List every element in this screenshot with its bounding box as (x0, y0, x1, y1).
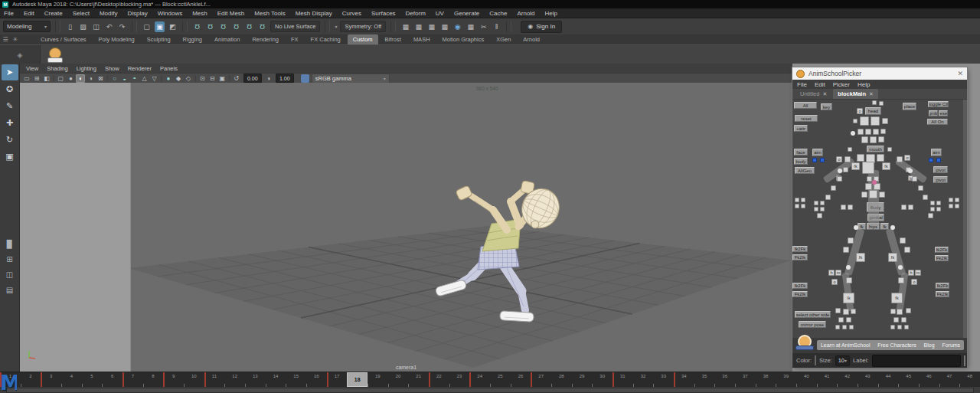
picker-selected-control[interactable] (812, 158, 817, 162)
picker-control[interactable] (955, 198, 959, 202)
picker-control-o[interactable]: o (904, 155, 910, 161)
exposure-field[interactable]: 0.00 (243, 74, 262, 83)
current-time-indicator[interactable]: 18 (347, 372, 368, 387)
menu-modify[interactable]: Modify (100, 10, 118, 17)
picker-control-o[interactable]: o (831, 279, 838, 285)
menu-generate[interactable]: Generate (454, 10, 479, 17)
menu-windows[interactable]: Windows (158, 10, 182, 17)
timeline-frame-5[interactable]: 5 (82, 372, 103, 387)
close-icon[interactable]: ✕ (869, 91, 874, 97)
timeline-frame-43[interactable]: 43 (858, 372, 878, 387)
screen-space-ao-icon[interactable]: ◓ (130, 74, 139, 83)
timeline-frame-19[interactable]: 19 (368, 372, 388, 387)
picker-menu-file[interactable]: File (797, 81, 807, 88)
symmetry-field[interactable]: Symmetry: Off (340, 21, 386, 32)
timeline-frame-7[interactable]: 7 (122, 372, 143, 387)
picker-dot[interactable] (846, 265, 851, 270)
picker-control[interactable] (795, 198, 799, 202)
layout-icon-icon[interactable]: ⊞ (32, 74, 41, 83)
timeline-frame-9[interactable]: 9 (163, 372, 184, 387)
timeline-frame-25[interactable]: 25 (490, 372, 511, 387)
film-gate-icon[interactable]: ⊡ (198, 74, 207, 83)
two-pane-layout[interactable]: ◫ (2, 267, 18, 282)
picker-link-free-characters[interactable]: Free Characters (877, 342, 916, 348)
menu-mesh-display[interactable]: Mesh Display (296, 10, 332, 17)
picker-button-attr[interactable]: +attr (794, 125, 808, 132)
picker-button-aim[interactable]: aim (812, 149, 823, 156)
picker-control[interactable] (848, 205, 853, 210)
menu-uv[interactable]: UV (436, 10, 444, 17)
timeline-frame-40[interactable]: 40 (796, 372, 817, 387)
picker-button-head[interactable]: head (865, 107, 881, 115)
picker-control[interactable] (843, 167, 848, 172)
picker-button-fk2ik[interactable]: Fk2Ik (936, 291, 949, 297)
shelf-tab-rigging[interactable]: Rigging (178, 34, 207, 44)
contrast-icon[interactable]: ◑ (264, 74, 273, 83)
picker-control-fk[interactable]: fk (888, 253, 897, 262)
panel-menu-panels[interactable]: Panels (160, 65, 178, 72)
picker-control[interactable] (846, 277, 852, 283)
field-chart-icon[interactable]: ◆ (174, 74, 183, 83)
picker-button-body[interactable]: body (794, 158, 808, 165)
four-pane-layout[interactable]: ⊞ (2, 252, 18, 267)
picker-control[interactable] (860, 116, 869, 126)
timeline-frame-4[interactable]: 4 (61, 372, 82, 387)
timeline-frame-22[interactable]: 22 (429, 372, 449, 387)
picker-button-pivot[interactable]: pivot (933, 176, 948, 183)
picker-control-m[interactable]: m (835, 270, 841, 276)
timeline-frame-17[interactable]: 17 (327, 372, 348, 387)
picker-control[interactable] (865, 129, 871, 135)
timeline-frame-21[interactable]: 21 (408, 372, 429, 387)
shelf-tab-rendering[interactable]: Rendering (247, 34, 284, 44)
timeline-frame-11[interactable]: 11 (204, 372, 225, 387)
picker-menu-picker[interactable]: Picker (833, 81, 850, 88)
scale-tool[interactable]: ▣ (2, 149, 18, 165)
picker-control[interactable] (831, 185, 836, 191)
view-transform-dropdown[interactable]: sRGB gamma▾ (312, 74, 390, 84)
smooth-shade-all-icon[interactable]: ● (66, 74, 75, 83)
picker-control-h[interactable]: h (908, 270, 914, 276)
timeline-frame-30[interactable]: 30 (592, 372, 612, 387)
picker-control[interactable] (873, 129, 879, 135)
picker-control[interactable] (837, 176, 842, 182)
wireframe-display-icon[interactable]: ▢ (56, 74, 65, 83)
picker-button-all-on[interactable]: All On (927, 119, 948, 125)
cut-keys-icon[interactable]: ✂ (479, 21, 488, 32)
picker-control[interactable] (878, 136, 884, 142)
picker-control[interactable] (890, 325, 895, 329)
picker-control[interactable] (890, 309, 896, 314)
picker-control[interactable] (801, 198, 805, 202)
picker-button-mouth[interactable]: mouth (867, 146, 884, 152)
shelf-tab-fx[interactable]: FX (286, 34, 304, 44)
timeline-frame-10[interactable]: 10 (184, 372, 204, 387)
picker-button-pivot[interactable]: pivot (933, 166, 948, 173)
picker-control[interactable] (825, 195, 831, 200)
shelf-tab-motion-graphics[interactable]: Motion Graphics (437, 34, 490, 44)
picker-dot[interactable] (890, 225, 895, 230)
menu-display[interactable]: Display (128, 10, 148, 17)
timeline-frame-16[interactable]: 16 (306, 372, 327, 387)
picker-control[interactable] (846, 317, 851, 323)
outliner-pane-layout[interactable]: ▤ (2, 283, 18, 297)
picker-control[interactable] (814, 207, 818, 211)
open-scene-icon[interactable]: ▨ (78, 21, 88, 32)
picker-control[interactable] (870, 136, 877, 143)
picker-control[interactable] (879, 101, 884, 106)
timeline-frame-15[interactable]: 15 (286, 372, 306, 387)
picker-control[interactable] (880, 129, 886, 134)
picker-control[interactable] (835, 325, 840, 329)
picker-menu-help[interactable]: Help (858, 81, 870, 88)
shelf-tab-animation[interactable]: Animation (209, 34, 245, 44)
picker-control[interactable] (882, 118, 888, 124)
color-swatch[interactable] (815, 355, 816, 365)
picker-button-allgeo[interactable]: AllGeo (795, 167, 815, 174)
viewport-camera1[interactable]: 960 x 540 camera1 (20, 83, 792, 372)
timeline-frame-20[interactable]: 20 (388, 372, 409, 387)
menu-deform[interactable]: Deform (406, 10, 426, 17)
split-icon-icon[interactable]: ◧ (42, 74, 51, 83)
timeline-frame-42[interactable]: 42 (837, 372, 858, 387)
close-icon[interactable]: ✕ (822, 91, 827, 97)
picker-control[interactable] (906, 308, 911, 313)
gamma-field[interactable]: 1.00 (276, 74, 294, 83)
picker-button-select-other-side[interactable]: select other side (795, 311, 831, 318)
